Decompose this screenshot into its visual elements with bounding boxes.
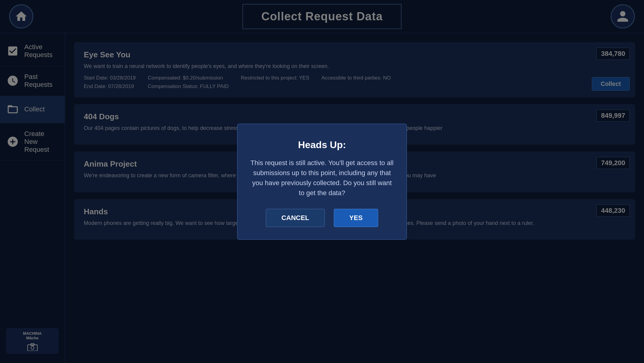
modal-box: Heads Up: This request is still active. … [237, 124, 407, 240]
modal-yes-button[interactable]: YES [334, 209, 378, 227]
modal-title: Heads Up: [250, 139, 394, 151]
modal-cancel-button[interactable]: CANCEL [266, 209, 325, 227]
modal-overlay: Heads Up: This request is still active. … [0, 0, 644, 363]
modal-body: This request is still active. You'll get… [250, 158, 394, 198]
modal-buttons: CANCEL YES [250, 209, 394, 227]
